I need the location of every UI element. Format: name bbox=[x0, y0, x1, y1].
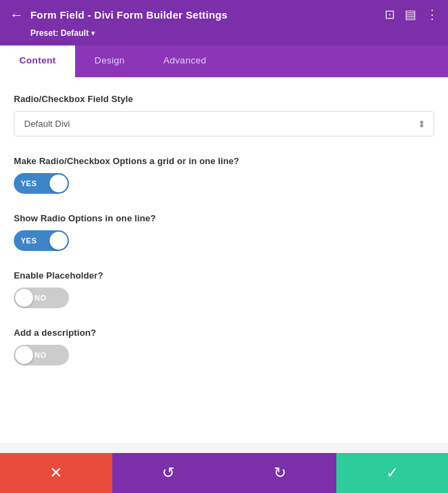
enable-placeholder-toggle[interactable]: NO bbox=[14, 288, 69, 308]
enable-placeholder-toggle-label: NO bbox=[14, 294, 52, 302]
cancel-button[interactable]: ✕ bbox=[0, 453, 112, 493]
show-radio-line-toggle-thumb bbox=[50, 232, 68, 250]
make-grid-toggle-thumb bbox=[50, 174, 68, 192]
tab-advanced[interactable]: Advanced bbox=[144, 46, 225, 77]
show-radio-line-toggle-row: YES bbox=[14, 230, 434, 251]
redo-button[interactable]: ↻ bbox=[224, 453, 336, 493]
header-icons: ⊡ ▤ ⋮ bbox=[385, 7, 438, 22]
header: ← Form Field - Divi Form Builder Setting… bbox=[0, 0, 448, 26]
show-radio-line-toggle-label: YES bbox=[14, 237, 37, 245]
section-add-description: Add a description? NO bbox=[14, 328, 434, 365]
section-show-radio-line: Show Radio Options in one line? YES bbox=[14, 213, 434, 251]
show-radio-line-toggle[interactable]: YES bbox=[14, 230, 69, 251]
preset-row: Preset: Default ▾ bbox=[0, 26, 448, 46]
back-button[interactable]: ← bbox=[10, 8, 23, 21]
make-grid-toggle-row: YES bbox=[14, 173, 434, 194]
select-wrapper: Default Divi Custom ⬍ bbox=[14, 111, 434, 137]
make-grid-label: Make Radio/Checkbox Options a grid or in… bbox=[14, 156, 434, 166]
add-description-label: Add a description? bbox=[14, 328, 434, 338]
make-grid-toggle-label: YES bbox=[14, 179, 37, 188]
add-description-toggle[interactable]: NO bbox=[14, 345, 69, 365]
layout-icon[interactable]: ▤ bbox=[405, 7, 416, 22]
enable-placeholder-toggle-row: NO bbox=[14, 288, 434, 308]
undo-button[interactable]: ↺ bbox=[112, 453, 225, 493]
footer: ✕ ↺ ↻ ✓ bbox=[0, 453, 448, 493]
header-title: Form Field - Divi Form Builder Settings bbox=[30, 9, 227, 21]
add-description-toggle-row: NO bbox=[14, 345, 434, 365]
more-icon[interactable]: ⋮ bbox=[426, 7, 438, 22]
radio-checkbox-style-select[interactable]: Default Divi Custom bbox=[14, 111, 434, 137]
make-grid-toggle[interactable]: YES bbox=[14, 173, 69, 194]
add-description-toggle-label: NO bbox=[14, 351, 52, 359]
tab-design[interactable]: Design bbox=[75, 46, 144, 77]
radio-checkbox-style-label: Radio/Checkbox Field Style bbox=[14, 94, 434, 104]
section-radio-checkbox-style: Radio/Checkbox Field Style Default Divi … bbox=[14, 94, 434, 137]
tab-bar: Content Design Advanced bbox=[0, 46, 448, 77]
header-left: ← Form Field - Divi Form Builder Setting… bbox=[10, 8, 227, 21]
focus-icon[interactable]: ⊡ bbox=[385, 7, 395, 22]
tab-content[interactable]: Content bbox=[0, 46, 75, 77]
content-area: Radio/Checkbox Field Style Default Divi … bbox=[0, 77, 448, 443]
preset-label[interactable]: Preset: Default ▾ bbox=[30, 28, 95, 38]
show-radio-line-label: Show Radio Options in one line? bbox=[14, 213, 434, 223]
enable-placeholder-label: Enable Placeholder? bbox=[14, 270, 434, 281]
section-enable-placeholder: Enable Placeholder? NO bbox=[14, 270, 434, 308]
section-make-grid: Make Radio/Checkbox Options a grid or in… bbox=[14, 156, 434, 194]
save-button[interactable]: ✓ bbox=[336, 453, 449, 493]
